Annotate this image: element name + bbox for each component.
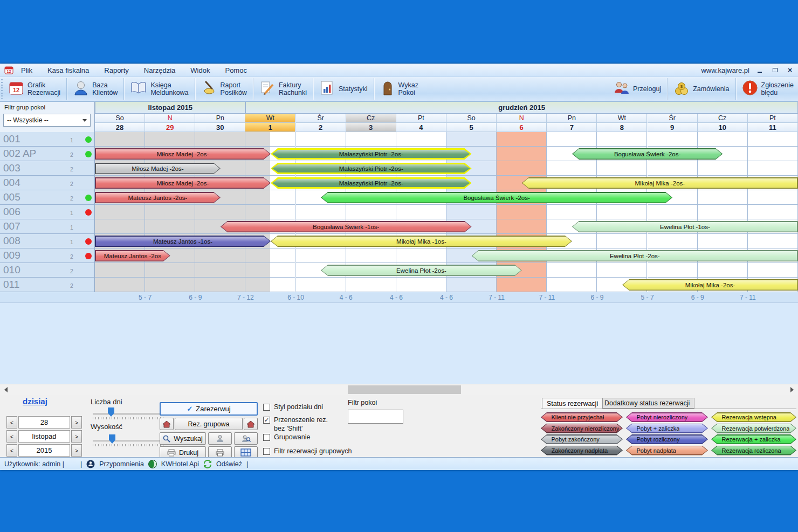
grid-cell[interactable]	[497, 161, 547, 176]
grid-cell[interactable]	[547, 278, 597, 292]
grid-cell[interactable]	[497, 147, 547, 161]
grid-cell[interactable]	[698, 132, 748, 147]
checkbox-2[interactable]: ✓Przenoszenie rez. bez 'Shift'	[263, 416, 328, 433]
checkbox-4[interactable]: Filtr rezerwacji grupowych	[263, 447, 352, 456]
minimize-button[interactable]	[755, 66, 765, 74]
today-link[interactable]: dzisiaj	[23, 397, 47, 406]
room-label[interactable]: 0102	[0, 263, 95, 278]
toolbar-button-invoice[interactable]: Faktury Rachunki	[255, 78, 311, 100]
grid-cell[interactable]	[346, 248, 396, 263]
day-name-cell[interactable]: Pt	[748, 114, 798, 123]
room-filter-input[interactable]	[348, 410, 403, 424]
status-reminders[interactable]: Przypomnienia	[99, 460, 144, 468]
reservation-bar[interactable]: Bogusława Świerk -1os-	[221, 221, 472, 232]
day-spin-down[interactable]: <	[6, 416, 17, 429]
status-refresh[interactable]: Odśwież	[216, 460, 242, 468]
grid-cell[interactable]	[748, 263, 798, 278]
toolbar-button-calendar[interactable]: 12Grafik Rezerwacji	[4, 78, 65, 100]
grid-cell[interactable]	[396, 278, 446, 292]
group-reservation-icon-button-left[interactable]	[160, 418, 174, 430]
close-button[interactable]: ✕	[785, 66, 795, 74]
grid-cell[interactable]	[748, 161, 798, 176]
grid-cell[interactable]	[597, 234, 647, 248]
grid-cell[interactable]	[748, 190, 798, 205]
reservation-bar[interactable]: Miłosz Madej -2os-	[95, 163, 221, 174]
day-number-cell[interactable]: 5	[446, 123, 497, 132]
day-name-cell[interactable]: Cz	[346, 114, 396, 123]
grid-cell[interactable]	[195, 263, 245, 278]
day-name-cell[interactable]: Śr	[296, 114, 346, 123]
grid-cell[interactable]	[396, 132, 446, 147]
grid-cell[interactable]	[597, 161, 647, 176]
reservation-bar[interactable]: Ewelina Płot -1os-	[572, 221, 798, 232]
grid-cell[interactable]	[597, 263, 647, 278]
height-slider-track[interactable]	[93, 440, 166, 441]
grid-cell[interactable]	[497, 132, 547, 147]
toolbar-button-orders[interactable]: $Zamówienia	[669, 78, 733, 100]
day-number-cell[interactable]: 29	[145, 123, 195, 132]
day-name-cell[interactable]: N	[497, 114, 547, 123]
grid-cell[interactable]	[547, 205, 597, 219]
day-name-cell[interactable]: Wt	[245, 114, 295, 123]
grid-cell[interactable]	[748, 234, 798, 248]
grid-cell[interactable]	[195, 205, 245, 219]
reservation-bar[interactable]: Bogusława Świerk -2os-	[572, 148, 723, 160]
day-name-cell[interactable]: Pn	[547, 114, 597, 123]
day-number-cell[interactable]: 11	[748, 123, 798, 132]
grid-cell[interactable]	[446, 132, 497, 147]
grid-cell[interactable]	[95, 132, 145, 147]
reservation-bar[interactable]: Mateusz Jantos -2os	[95, 250, 170, 261]
day-spin-value[interactable]: 28	[18, 416, 70, 429]
grid-cell[interactable]	[145, 219, 195, 234]
legend-tab-1[interactable]: Status rezerwacji	[542, 398, 603, 409]
menu-raporty[interactable]: Raporty	[97, 64, 136, 77]
year-spin-value[interactable]: 2015	[18, 444, 70, 457]
grid-cell[interactable]	[245, 190, 295, 205]
grid-cell[interactable]	[446, 278, 497, 292]
grid-cell[interactable]	[698, 190, 748, 205]
days-slider-track[interactable]	[93, 413, 166, 414]
reservation-bar[interactable]: Mikołaj Mika -2os-	[622, 279, 798, 291]
grid-cell[interactable]	[648, 234, 698, 248]
day-number-cell[interactable]: 3	[346, 123, 396, 132]
checkbox-unchecked[interactable]	[263, 448, 270, 455]
grid-cell[interactable]	[245, 205, 295, 219]
month-spin-up[interactable]: >	[71, 430, 82, 443]
search-client-button[interactable]	[208, 432, 232, 445]
grid-cell[interactable]	[547, 263, 597, 278]
room-label[interactable]: 0071	[0, 219, 95, 234]
room-label[interactable]: 0092	[0, 248, 95, 263]
height-slider-thumb[interactable]	[109, 434, 115, 444]
checkbox-3[interactable]: Grupowanie	[263, 433, 310, 442]
room-label[interactable]: 0081	[0, 234, 95, 248]
toolbar-button-meals[interactable]: Raport Posiłków	[197, 78, 251, 100]
day-number-cell[interactable]: 9	[648, 123, 698, 132]
grid-cell[interactable]	[95, 278, 145, 292]
menu-widok[interactable]: Widok	[183, 64, 217, 77]
grid-cell[interactable]	[698, 234, 748, 248]
checkbox-checked[interactable]: ✓	[263, 417, 270, 424]
reservation-bar[interactable]: Ewelina Płot -2os-	[321, 265, 522, 276]
grid-cell[interactable]	[597, 132, 647, 147]
room-label[interactable]: 002 AP2	[0, 147, 95, 161]
day-name-cell[interactable]: Pt	[396, 114, 446, 123]
month-spin-down[interactable]: <	[6, 430, 17, 443]
checkbox-1[interactable]: Styl podziału dni	[263, 403, 323, 412]
day-number-cell[interactable]: 1	[245, 123, 295, 132]
reservation-bar[interactable]: Małaszyński Piotr -2os-	[271, 163, 472, 174]
grid-cell[interactable]	[346, 278, 396, 292]
grid-cell[interactable]	[648, 161, 698, 176]
reservation-bar[interactable]: Mateusz Jantos -2os-	[95, 192, 221, 203]
group-reservation-icon-button-right[interactable]	[244, 418, 258, 430]
reservation-bar[interactable]: Bogusława Świerk -2os-	[321, 192, 672, 203]
day-name-cell[interactable]: Wt	[597, 114, 647, 123]
year-spin-down[interactable]: <	[6, 444, 17, 457]
grid-cell[interactable]	[698, 205, 748, 219]
room-label[interactable]: 0061	[0, 205, 95, 219]
grid-cell[interactable]	[648, 263, 698, 278]
day-number-cell[interactable]: 28	[95, 123, 145, 132]
toolbar-button-stats[interactable]: Statystyki	[315, 78, 372, 100]
grid-cell[interactable]	[195, 278, 245, 292]
day-number-cell[interactable]: 7	[547, 123, 597, 132]
grid-cell[interactable]	[597, 205, 647, 219]
